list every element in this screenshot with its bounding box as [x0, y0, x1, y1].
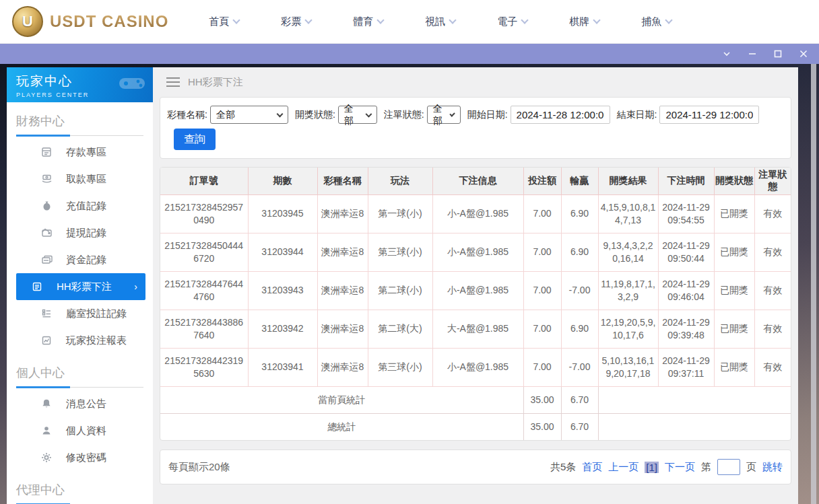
report-icon — [40, 334, 53, 347]
table-cell: 第一球(小) — [368, 194, 432, 233]
players-center-header: 玩家中心 PLAYERS CENTER — [7, 67, 153, 102]
window-scrollbar[interactable] — [811, 64, 816, 504]
bets-table: 訂單號期數彩種名稱玩法下注信息投注額輸贏開獎結果下注時間開獎狀態注單狀態 215… — [160, 168, 791, 440]
page-jump-input[interactable] — [717, 459, 740, 475]
deposit-icon — [40, 146, 53, 158]
table-cell: 2152173284423195630 — [160, 348, 248, 386]
room-record-icon — [40, 308, 53, 320]
table-cell: 31203943 — [248, 271, 317, 310]
close-icon[interactable] — [793, 44, 814, 64]
end-date-input[interactable] — [659, 106, 759, 124]
chevron-down-icon[interactable] — [717, 44, 737, 64]
table-cell: 小-A盤@1.985 — [432, 348, 523, 386]
sidebar-item-廳室投註記錄[interactable]: 廳室投註記錄 — [16, 300, 145, 327]
column-header-期數: 期數 — [248, 168, 317, 194]
table-cell: 7.00 — [523, 194, 561, 233]
table-cell: 已開獎 — [714, 271, 754, 310]
table-cell: 31203945 — [248, 194, 317, 233]
order-status-value: 全部 — [433, 103, 446, 127]
summary-cell — [598, 386, 791, 413]
jump-suffix: 页 — [746, 461, 756, 474]
table-cell: 有效 — [754, 271, 791, 310]
order-status-select[interactable]: 全部 — [427, 106, 461, 124]
nav-item-3[interactable]: 體育 — [353, 15, 383, 28]
table-cell: 2152173284476444760 — [160, 271, 248, 310]
draw-status-select[interactable]: 全部 — [338, 106, 377, 124]
total-count: 共5条 — [550, 461, 576, 474]
table-cell: 2024-11-29 09:50:44 — [658, 233, 714, 271]
section-title-1: 財務中心 — [16, 113, 143, 136]
sidebar-item-label: 存款專區 — [66, 146, 106, 159]
sidebar-item-玩家投注報表[interactable]: 玩家投注報表 — [16, 327, 145, 354]
nav-item-5[interactable]: 電子 — [497, 15, 527, 28]
start-date-input[interactable] — [511, 106, 610, 124]
table-cell: 小-A盤@1.985 — [432, 233, 523, 271]
table-cell: 已開獎 — [714, 233, 754, 271]
brand-logo[interactable]: U USDT CASINO — [12, 6, 168, 37]
maximize-icon[interactable] — [768, 44, 788, 64]
chevron-down-icon — [450, 111, 456, 117]
window-titlebar — [0, 44, 819, 64]
lottery-bet-icon — [31, 281, 43, 293]
next-page-link[interactable]: 下一页 — [665, 461, 695, 474]
table-cell: 2024-11-29 09:39:48 — [658, 310, 714, 348]
menu-toggle-icon[interactable] — [166, 77, 180, 87]
sidebar-item-消息公告[interactable]: 消息公告 — [16, 390, 145, 417]
password-icon — [40, 452, 53, 464]
table-cell: 2024-11-29 09:46:04 — [658, 271, 714, 310]
table-cell: 7.00 — [523, 271, 561, 310]
table-cell: 有效 — [754, 348, 791, 386]
column-header-注單狀態: 注單狀態 — [754, 168, 791, 194]
search-button[interactable]: 查詢 — [174, 129, 216, 150]
profile-icon — [40, 425, 53, 437]
lottery-name-select[interactable]: 全部 — [210, 106, 288, 124]
nav-item-1[interactable]: 首頁 — [209, 15, 239, 28]
sidebar-item-資金記錄[interactable]: 資金記錄 — [16, 246, 145, 273]
column-header-訂單號: 訂單號 — [160, 168, 248, 194]
sidebar-item-label: 個人資料 — [66, 425, 106, 437]
table-cell: -7.00 — [561, 348, 598, 386]
nav-item-label: 彩票 — [281, 15, 301, 28]
table-row-3: 215217328447644476031203943澳洲幸运8第二球(小)小-… — [160, 271, 791, 310]
sidebar-item-HH彩票下注[interactable]: HH彩票下注› — [16, 273, 145, 300]
sidebar-item-修改密碼[interactable]: 修改密碼 — [16, 444, 145, 471]
sidebar-item-取款專區[interactable]: 取款專區 — [16, 166, 145, 192]
brand-name: USDT CASINO — [50, 12, 168, 31]
sidebar-item-提現記錄[interactable]: 提現記錄 — [16, 219, 145, 246]
summary-cell: 6.70 — [561, 386, 598, 413]
first-page-link[interactable]: 首页 — [582, 461, 602, 474]
table-cell: 4,15,9,10,8,14,7,13 — [598, 194, 658, 233]
start-date-label: 開始日期: — [467, 109, 508, 121]
funds-record-icon — [40, 254, 53, 266]
table-cell: 7.00 — [523, 233, 561, 271]
nav-item-2[interactable]: 彩票 — [281, 15, 311, 28]
page-title: HH彩票下注 — [188, 76, 243, 89]
chevron-down-icon — [521, 16, 529, 24]
table-cell: 12,19,20,5,9,10,17,6 — [598, 310, 658, 348]
nav-item-6[interactable]: 棋牌 — [569, 15, 599, 28]
sidebar-item-label: 充值記錄 — [66, 200, 106, 213]
sidebar-item-充值記錄[interactable]: 充值記錄 — [16, 192, 145, 219]
table-cell: 澳洲幸运8 — [317, 233, 368, 271]
minimize-icon[interactable] — [742, 44, 762, 64]
section-title-2: 個人中心 — [16, 365, 143, 388]
table-cell: 已開獎 — [714, 310, 754, 348]
sidebar-item-label: 玩家投注報表 — [66, 334, 127, 347]
nav-item-7[interactable]: 捕魚 — [641, 15, 671, 28]
table-cell: 澳洲幸运8 — [317, 310, 368, 348]
sidebar-item-存款專區[interactable]: 存款專區 — [16, 139, 145, 166]
prev-page-link[interactable]: 上一页 — [608, 461, 638, 474]
sidebar-item-個人資料[interactable]: 個人資料 — [16, 417, 145, 444]
jump-button[interactable]: 跳转 — [762, 461, 783, 474]
column-header-投注額: 投注額 — [523, 168, 561, 194]
column-header-開獎狀態: 開獎狀態 — [714, 168, 754, 194]
sidebar-item-label: 廳室投註記錄 — [66, 308, 127, 320]
bets-table-panel: 訂單號期數彩種名稱玩法下注信息投注額輸贏開獎結果下注時間開獎狀態注單狀態 215… — [160, 167, 791, 441]
summary-cell: 當前頁統計 — [160, 386, 523, 413]
withdraw-icon — [40, 173, 53, 185]
column-header-下注信息: 下注信息 — [432, 168, 523, 194]
table-cell: 6.90 — [561, 194, 598, 233]
table-cell: 澳洲幸运8 — [317, 194, 368, 233]
nav-item-4[interactable]: 視訊 — [425, 15, 455, 28]
column-header-彩種名稱: 彩種名稱 — [317, 168, 368, 194]
